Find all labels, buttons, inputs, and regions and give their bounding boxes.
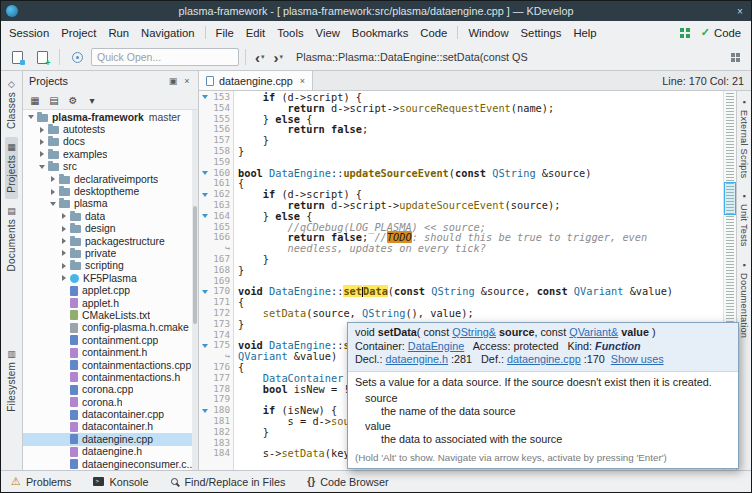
tree-item[interactable]: dataengineconsumer.c... <box>23 458 198 470</box>
scrollbar-thumb[interactable] <box>193 206 197 324</box>
code-line[interactable]: bool DataEngine::updateSourceEvent(const… <box>238 168 723 179</box>
split-view-button[interactable] <box>724 47 746 68</box>
tooltip-link[interactable]: QString& <box>452 326 496 338</box>
new-file-button[interactable] <box>31 47 53 68</box>
dock-tab-unit-tests[interactable]: ▪Unit Tests <box>738 186 750 253</box>
expand-arrow[interactable] <box>59 238 69 244</box>
expand-arrow[interactable] <box>59 213 69 219</box>
list-view-icon[interactable]: ▤ <box>46 93 62 108</box>
menu-item-help[interactable]: Help <box>567 21 602 44</box>
tree-item[interactable]: containment.h <box>23 346 198 358</box>
dock-tab-projects[interactable]: ▦Projects <box>5 137 18 199</box>
tree-item[interactable]: packagestructure <box>23 235 198 247</box>
tree-item[interactable]: dataengine.h <box>23 446 198 458</box>
tree-item[interactable]: containmentactions.h <box>23 371 198 383</box>
collapse-all-icon[interactable]: ▾ <box>84 93 100 108</box>
tree-item[interactable]: declarativeimports <box>23 173 198 185</box>
tree-scrollbar[interactable] <box>192 110 198 470</box>
tree-item[interactable]: datacontainer.cpp <box>23 408 198 420</box>
menu-item-window[interactable]: Window <box>462 21 514 44</box>
fold-marker[interactable] <box>202 214 208 218</box>
fold-marker[interactable] <box>202 171 208 175</box>
tree-item[interactable]: desktoptheme <box>23 185 198 197</box>
tree-item[interactable]: dataengine.cpp <box>23 433 198 445</box>
expand-arrow[interactable] <box>26 115 36 119</box>
menu-item-view[interactable]: View <box>310 21 346 44</box>
menu-item-navigation[interactable]: Navigation <box>135 21 200 44</box>
statusbar-item-code-browser[interactable]: {}Code Browser <box>307 476 388 488</box>
tree-item[interactable]: datacontainer.h <box>23 421 198 433</box>
tree-item[interactable]: applet.cpp <box>23 284 198 296</box>
menu-item-file[interactable]: File <box>210 21 240 44</box>
fold-marker[interactable] <box>202 344 208 348</box>
jump-to-cursor-button[interactable] <box>66 47 88 68</box>
menu-item-run[interactable]: Run <box>102 21 135 44</box>
tooltip-link[interactable]: dataengine.h <box>386 353 448 365</box>
tree-item[interactable]: KF5Plasma <box>23 272 198 284</box>
tree-item[interactable]: plasma <box>23 198 198 210</box>
expand-arrow[interactable] <box>59 226 69 232</box>
tree-item[interactable]: corona.h <box>23 396 198 408</box>
expand-arrow[interactable] <box>59 275 69 281</box>
code-line[interactable]: } <box>238 135 723 146</box>
expand-arrow[interactable] <box>37 127 47 133</box>
tooltip-link[interactable]: QVariant& <box>569 326 618 338</box>
tree-item[interactable]: containment.cpp <box>23 334 198 346</box>
code-line[interactable]: return false; <box>238 124 723 135</box>
close-tab-icon[interactable]: × <box>300 76 305 86</box>
tree-item[interactable]: applet.h <box>23 297 198 309</box>
expand-arrow[interactable] <box>48 202 58 206</box>
menu-item-edit[interactable]: Edit <box>240 21 271 44</box>
tree-item[interactable]: plasma-frameworkmaster <box>23 111 198 123</box>
expand-arrow[interactable] <box>48 189 58 195</box>
expand-arrow[interactable] <box>59 263 69 269</box>
expand-arrow[interactable] <box>59 250 69 256</box>
dock-tab-filesystem[interactable]: ▥Filesystem <box>5 344 18 418</box>
quick-open-input[interactable] <box>91 48 239 66</box>
tree-item[interactable]: config-plasma.h.cmake <box>23 322 198 334</box>
tree-item[interactable]: containmentactions.cpp <box>23 359 198 371</box>
statusbar-item-find-replace-in-files[interactable]: Find/Replace in Files <box>171 476 286 488</box>
tab-dataengine-cpp[interactable]: dataengine.cpp × <box>199 71 313 90</box>
tooltip-link[interactable]: dataengine.cpp <box>507 353 581 365</box>
fold-marker[interactable] <box>202 409 208 413</box>
tree-item[interactable]: CMakeLists.txt <box>23 309 198 321</box>
tree-item[interactable]: docs <box>23 136 198 148</box>
expand-arrow[interactable] <box>37 165 47 169</box>
menu-item-session[interactable]: Session <box>3 21 55 44</box>
minimap-viewport[interactable] <box>724 182 736 215</box>
statusbar-item-problems[interactable]: ⚠Problems <box>11 476 71 488</box>
breadcrumb[interactable]: Plasma::Plasma::DataEngine::setData(cons… <box>296 51 721 63</box>
tooltip-link[interactable]: DataEngine <box>408 340 464 352</box>
tree-item[interactable]: corona.cpp <box>23 384 198 396</box>
dock-tab-documents[interactable]: ▤Documents <box>5 201 18 277</box>
expand-arrow[interactable] <box>48 176 58 182</box>
statusbar-item-konsole[interactable]: Konsole <box>93 476 148 488</box>
code-line[interactable]: } <box>238 265 723 276</box>
tree-item[interactable]: src <box>23 161 198 173</box>
tree-item[interactable]: design <box>23 223 198 235</box>
code-line[interactable]: needless, updates on every tick? <box>238 243 723 254</box>
show-editor-button[interactable] <box>6 47 28 68</box>
code-line[interactable]: } <box>238 146 723 157</box>
tree-item[interactable]: private <box>23 247 198 259</box>
menu-item-settings[interactable]: Settings <box>515 21 568 44</box>
fold-marker[interactable] <box>202 290 208 294</box>
float-panel-icon[interactable]: ▣ <box>166 74 180 88</box>
menu-item-bookmarks[interactable]: Bookmarks <box>346 21 415 44</box>
titlebar[interactable]: plasma-framework - [ plasma-framework:sr… <box>1 1 751 21</box>
menu-item-code[interactable]: Code <box>414 21 453 44</box>
code-line[interactable]: void DataEngine::setData(const QString &… <box>238 286 723 297</box>
tree-item[interactable]: examples <box>23 148 198 160</box>
close-panel-icon[interactable]: × <box>180 74 194 88</box>
navigate-forward-button[interactable]: › ▾ <box>271 47 287 67</box>
close-window-icon[interactable]: × <box>733 4 747 18</box>
fold-marker[interactable] <box>202 95 208 99</box>
menu-item-tools[interactable]: Tools <box>271 21 309 44</box>
code-line[interactable]: } <box>238 254 723 265</box>
grid-view-icon[interactable]: ▦ <box>27 93 43 108</box>
tree-item[interactable]: data <box>23 210 198 222</box>
dock-tab-documentation[interactable]: ▪Documentation <box>738 255 750 344</box>
dock-tab-external-scripts[interactable]: ▪External Scripts <box>738 92 750 184</box>
tooltip-link[interactable]: Show uses <box>611 353 664 365</box>
